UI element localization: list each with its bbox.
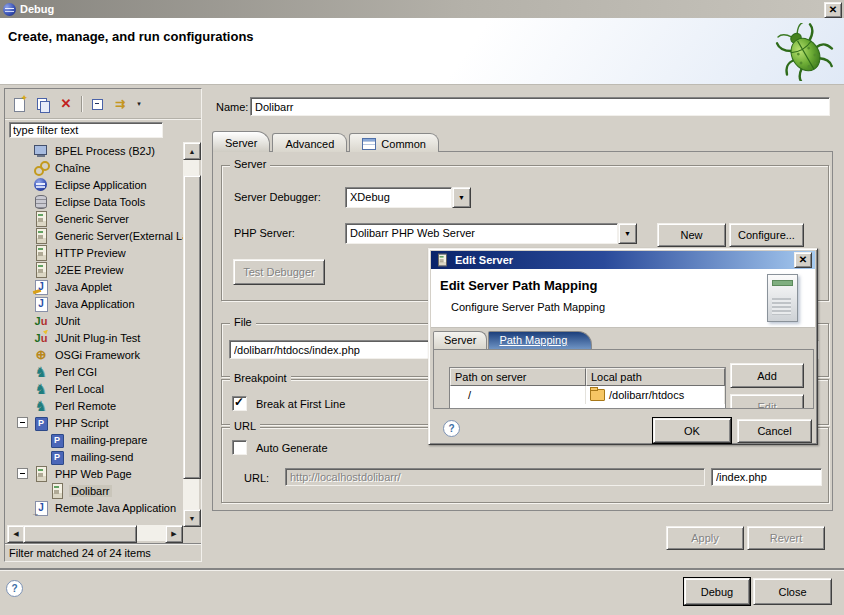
- tree-item[interactable]: J2EE Preview: [7, 261, 183, 278]
- tree-item-label: PHP Script: [53, 417, 111, 429]
- remote-java-icon: J: [33, 500, 49, 516]
- tree-item[interactable]: Eclipse Application: [7, 176, 183, 193]
- tree-item[interactable]: JJava Application: [7, 295, 183, 312]
- dialog-tab-content: Path on server Local path //dolibarr/htd…: [433, 349, 814, 409]
- tree-item-label: Remote Java Application: [53, 502, 178, 514]
- scroll-up-icon[interactable]: ▲: [183, 142, 201, 160]
- chevron-down-icon[interactable]: [135, 96, 143, 112]
- break-first-line-checkbox[interactable]: [232, 396, 247, 411]
- tree-item[interactable]: JRemote Java Application: [7, 499, 183, 516]
- dialog-tab-path-mapping[interactable]: Path Mapping: [488, 331, 592, 349]
- tab-server[interactable]: Server: [212, 131, 270, 152]
- cancel-button[interactable]: Cancel: [737, 419, 812, 443]
- server-debugger-select[interactable]: XDebug: [345, 187, 471, 208]
- filter-icon[interactable]: [112, 96, 128, 112]
- tree-item[interactable]: PHP Web Page: [7, 465, 183, 482]
- table-row[interactable]: //dolibarr/htdocs: [450, 386, 725, 404]
- ok-button[interactable]: OK: [653, 418, 731, 443]
- apply-button[interactable]: Apply: [666, 526, 744, 550]
- server-icon: [33, 262, 49, 278]
- dialog-subheading: Configure Server Path Mapping: [451, 301, 605, 313]
- junit-icon: Ju: [33, 313, 49, 329]
- tree-item-label: Perl Local: [53, 383, 106, 395]
- folder-icon: [590, 389, 605, 401]
- dialog-help-icon[interactable]: ?: [443, 420, 460, 437]
- server-icon: [49, 483, 65, 499]
- dialog-tab-server[interactable]: Server: [433, 331, 487, 349]
- tree-item[interactable]: BPEL Process (B2J): [7, 142, 183, 159]
- tree-item[interactable]: JJava Applet: [7, 278, 183, 295]
- scroll-right-icon[interactable]: ▶: [165, 525, 183, 543]
- vertical-scroll-thumb[interactable]: [183, 175, 201, 479]
- tree-item[interactable]: Pmailing-prepare: [7, 431, 183, 448]
- test-debugger-button[interactable]: Test Debugger: [233, 259, 325, 285]
- tree-item[interactable]: ♞Perl CGI: [7, 363, 183, 380]
- tab-label: Common: [381, 138, 426, 150]
- collapse-all-icon[interactable]: [89, 96, 105, 112]
- tree-item[interactable]: Eclipse Data Tools: [7, 193, 183, 210]
- title-bar[interactable]: Debug: [0, 0, 844, 18]
- junit-plugin-icon: Ju: [33, 330, 49, 346]
- new-server-button[interactable]: New: [657, 223, 726, 247]
- help-icon[interactable]: ?: [6, 580, 23, 597]
- filter-input[interactable]: [9, 122, 163, 138]
- tree-item[interactable]: PPHP Script: [7, 414, 183, 431]
- tab-common[interactable]: Common: [349, 133, 439, 152]
- tree-item[interactable]: Generic Server: [7, 210, 183, 227]
- close-button[interactable]: Close: [753, 578, 832, 605]
- edit-mapping-button[interactable]: Edit: [730, 394, 804, 409]
- scroll-down-icon[interactable]: ▼: [183, 509, 201, 527]
- table-icon: [362, 138, 376, 150]
- tree-item[interactable]: Dolibarr: [7, 482, 183, 499]
- dialog-close-icon[interactable]: [794, 252, 812, 268]
- minus-box-icon[interactable]: [17, 468, 28, 479]
- tree-item[interactable]: ♞Perl Remote: [7, 397, 183, 414]
- tree-item[interactable]: HTTP Preview: [7, 244, 183, 261]
- dialog-title-bar[interactable]: Edit Server: [431, 251, 815, 269]
- server-tower-icon: [767, 274, 798, 322]
- delete-icon[interactable]: [58, 96, 74, 112]
- close-icon[interactable]: [824, 2, 842, 18]
- add-mapping-button[interactable]: Add: [730, 363, 804, 388]
- debug-button[interactable]: Debug: [684, 578, 750, 605]
- tab-advanced[interactable]: Advanced: [272, 133, 347, 152]
- php-server-select[interactable]: Dolibarr PHP Web Server: [345, 223, 637, 244]
- tree-item[interactable]: Generic Server(External La: [7, 227, 183, 244]
- tree-item[interactable]: Pmailing-send: [7, 448, 183, 465]
- column-header[interactable]: Local path: [586, 368, 725, 386]
- configure-server-button[interactable]: Configure...: [729, 223, 804, 247]
- tree-item-label: mailing-prepare: [69, 434, 149, 446]
- column-header[interactable]: Path on server: [450, 368, 586, 386]
- horizontal-scroll-thumb[interactable]: [23, 525, 137, 543]
- tree-vertical-scrollbar[interactable]: ▲ ▼: [183, 142, 199, 527]
- combo-arrow-icon[interactable]: [452, 187, 471, 208]
- tree-item[interactable]: ♞Perl Local: [7, 380, 183, 397]
- php-icon: P: [49, 432, 65, 448]
- tree-item[interactable]: JuJUnit Plug-in Test: [7, 329, 183, 346]
- new-configuration-icon[interactable]: [12, 96, 28, 112]
- url-group-label: URL: [230, 420, 260, 432]
- server-icon: [33, 211, 49, 227]
- name-input[interactable]: [250, 97, 830, 116]
- header-banner: Create, manage, and run configurations: [0, 18, 844, 85]
- tree-item[interactable]: ⊕OSGi Framework: [7, 346, 183, 363]
- revert-button[interactable]: Revert: [747, 526, 825, 550]
- server-group-label: Server: [230, 158, 270, 170]
- break-first-line-label: Break at First Line: [256, 398, 345, 410]
- combo-arrow-icon[interactable]: [618, 223, 637, 244]
- window-title: Debug: [20, 3, 54, 15]
- tree-item[interactable]: JuJUnit: [7, 312, 183, 329]
- auto-generate-checkbox[interactable]: [232, 440, 247, 455]
- tree-horizontal-scrollbar[interactable]: ◀ ▶: [7, 525, 183, 541]
- url-path-input[interactable]: [711, 468, 822, 486]
- minus-box-icon[interactable]: [17, 417, 28, 428]
- tree-item-label: BPEL Process (B2J): [53, 145, 157, 157]
- table-body: //dolibarr/htdocs: [450, 386, 725, 404]
- dialog-tabs: ServerPath Mapping: [433, 331, 593, 349]
- collapse-toggle[interactable]: [17, 417, 33, 428]
- dialog-header: Edit Server Path Mapping Configure Serve…: [431, 269, 815, 328]
- duplicate-icon[interactable]: [35, 96, 51, 112]
- tree-item[interactable]: Chaîne: [7, 159, 183, 176]
- collapse-toggle[interactable]: [17, 468, 33, 479]
- dialog-title: Edit Server: [455, 254, 513, 266]
